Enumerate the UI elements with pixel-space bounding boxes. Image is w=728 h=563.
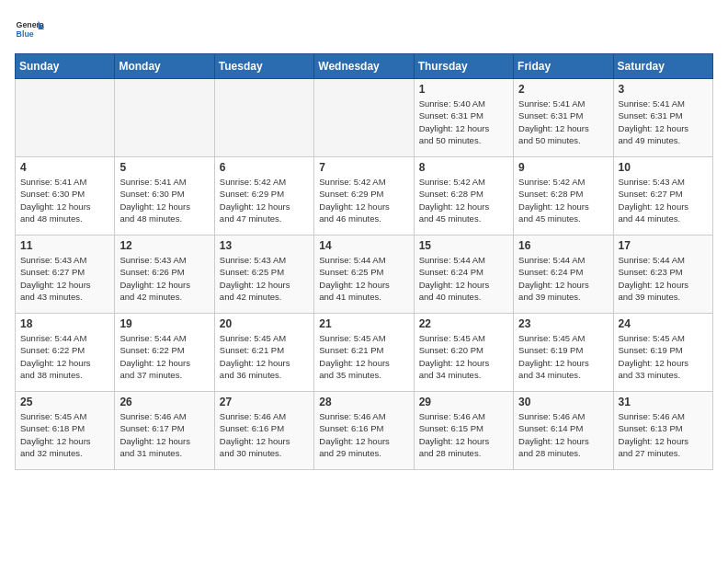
day-number: 21 <box>319 317 408 330</box>
day-number: 31 <box>619 396 708 408</box>
day-number: 25 <box>20 396 109 408</box>
calendar-week-row: 11Sunrise: 5:43 AM Sunset: 6:27 PM Dayli… <box>16 236 713 314</box>
calendar-cell: 2Sunrise: 5:41 AM Sunset: 6:31 PM Daylig… <box>514 79 613 157</box>
header-day: Friday <box>514 54 613 79</box>
day-info: Sunrise: 5:44 AM Sunset: 6:24 PM Dayligh… <box>518 254 608 303</box>
calendar-cell: 6Sunrise: 5:42 AM Sunset: 6:29 PM Daylig… <box>214 157 313 236</box>
calendar-cell: 26Sunrise: 5:46 AM Sunset: 6:17 PM Dayli… <box>115 392 214 470</box>
day-number: 29 <box>419 396 508 408</box>
calendar-cell: 17Sunrise: 5:44 AM Sunset: 6:23 PM Dayli… <box>613 236 712 314</box>
calendar-cell: 13Sunrise: 5:43 AM Sunset: 6:25 PM Dayli… <box>214 236 313 314</box>
day-info: Sunrise: 5:41 AM Sunset: 6:30 PM Dayligh… <box>20 176 109 224</box>
day-info: Sunrise: 5:44 AM Sunset: 6:23 PM Dayligh… <box>619 254 708 303</box>
calendar-week-row: 18Sunrise: 5:44 AM Sunset: 6:22 PM Dayli… <box>16 314 713 392</box>
calendar-cell: 21Sunrise: 5:45 AM Sunset: 6:21 PM Dayli… <box>314 314 414 392</box>
day-info: Sunrise: 5:45 AM Sunset: 6:21 PM Dayligh… <box>319 332 408 381</box>
calendar-cell: 23Sunrise: 5:45 AM Sunset: 6:19 PM Dayli… <box>514 314 613 392</box>
calendar-body: 1Sunrise: 5:40 AM Sunset: 6:31 PM Daylig… <box>16 79 713 470</box>
calendar-cell: 4Sunrise: 5:41 AM Sunset: 6:30 PM Daylig… <box>16 157 115 236</box>
calendar-cell: 5Sunrise: 5:41 AM Sunset: 6:30 PM Daylig… <box>115 157 214 236</box>
day-number: 14 <box>319 239 408 252</box>
day-number: 27 <box>220 396 309 408</box>
calendar-cell: 7Sunrise: 5:42 AM Sunset: 6:29 PM Daylig… <box>314 157 414 236</box>
day-number: 11 <box>20 239 109 252</box>
header: General Blue <box>15 15 713 44</box>
calendar-cell: 19Sunrise: 5:44 AM Sunset: 6:22 PM Dayli… <box>115 314 214 392</box>
day-info: Sunrise: 5:45 AM Sunset: 6:20 PM Dayligh… <box>419 332 508 381</box>
calendar-cell <box>314 79 414 157</box>
calendar-cell: 15Sunrise: 5:44 AM Sunset: 6:24 PM Dayli… <box>414 236 513 314</box>
day-info: Sunrise: 5:43 AM Sunset: 6:26 PM Dayligh… <box>119 254 209 303</box>
logo-icon: General Blue <box>15 15 44 44</box>
calendar-cell: 11Sunrise: 5:43 AM Sunset: 6:27 PM Dayli… <box>16 236 115 314</box>
calendar-cell: 31Sunrise: 5:46 AM Sunset: 6:13 PM Dayli… <box>613 392 712 470</box>
calendar-header: SundayMondayTuesdayWednesdayThursdayFrid… <box>16 54 713 79</box>
calendar-cell: 3Sunrise: 5:41 AM Sunset: 6:31 PM Daylig… <box>613 79 712 157</box>
calendar-week-row: 1Sunrise: 5:40 AM Sunset: 6:31 PM Daylig… <box>16 79 713 157</box>
day-number: 19 <box>119 317 209 330</box>
day-info: Sunrise: 5:43 AM Sunset: 6:27 PM Dayligh… <box>619 176 708 224</box>
day-info: Sunrise: 5:42 AM Sunset: 6:28 PM Dayligh… <box>518 176 608 224</box>
day-number: 7 <box>319 161 408 174</box>
calendar-cell: 8Sunrise: 5:42 AM Sunset: 6:28 PM Daylig… <box>414 157 513 236</box>
logo: General Blue <box>15 15 48 44</box>
day-info: Sunrise: 5:41 AM Sunset: 6:30 PM Dayligh… <box>119 176 209 224</box>
calendar-cell <box>115 79 214 157</box>
calendar-cell <box>214 79 313 157</box>
day-number: 13 <box>220 239 309 252</box>
day-info: Sunrise: 5:46 AM Sunset: 6:16 PM Dayligh… <box>319 410 408 459</box>
calendar-table: SundayMondayTuesdayWednesdayThursdayFrid… <box>15 53 713 470</box>
calendar-cell: 20Sunrise: 5:45 AM Sunset: 6:21 PM Dayli… <box>214 314 313 392</box>
day-info: Sunrise: 5:45 AM Sunset: 6:21 PM Dayligh… <box>220 332 309 381</box>
day-number: 6 <box>220 161 309 174</box>
day-info: Sunrise: 5:45 AM Sunset: 6:19 PM Dayligh… <box>518 332 608 381</box>
calendar-cell: 24Sunrise: 5:45 AM Sunset: 6:19 PM Dayli… <box>613 314 712 392</box>
day-info: Sunrise: 5:46 AM Sunset: 6:17 PM Dayligh… <box>119 410 209 459</box>
day-number: 3 <box>619 83 708 96</box>
calendar-cell <box>16 79 115 157</box>
day-number: 12 <box>119 239 209 252</box>
day-number: 28 <box>319 396 408 408</box>
day-info: Sunrise: 5:46 AM Sunset: 6:13 PM Dayligh… <box>619 410 708 459</box>
svg-text:Blue: Blue <box>17 29 34 39</box>
day-info: Sunrise: 5:46 AM Sunset: 6:16 PM Dayligh… <box>220 410 309 459</box>
calendar-cell: 18Sunrise: 5:44 AM Sunset: 6:22 PM Dayli… <box>16 314 115 392</box>
calendar-cell: 1Sunrise: 5:40 AM Sunset: 6:31 PM Daylig… <box>414 79 513 157</box>
header-row: SundayMondayTuesdayWednesdayThursdayFrid… <box>16 54 713 79</box>
day-number: 22 <box>419 317 508 330</box>
day-info: Sunrise: 5:43 AM Sunset: 6:27 PM Dayligh… <box>20 254 109 303</box>
calendar-cell: 22Sunrise: 5:45 AM Sunset: 6:20 PM Dayli… <box>414 314 513 392</box>
day-info: Sunrise: 5:42 AM Sunset: 6:28 PM Dayligh… <box>419 176 508 224</box>
day-info: Sunrise: 5:40 AM Sunset: 6:31 PM Dayligh… <box>419 98 508 146</box>
header-day: Sunday <box>16 54 115 79</box>
day-number: 4 <box>20 161 109 174</box>
header-day: Saturday <box>613 54 712 79</box>
day-info: Sunrise: 5:43 AM Sunset: 6:25 PM Dayligh… <box>220 254 309 303</box>
day-info: Sunrise: 5:46 AM Sunset: 6:15 PM Dayligh… <box>419 410 508 459</box>
calendar-cell: 10Sunrise: 5:43 AM Sunset: 6:27 PM Dayli… <box>613 157 712 236</box>
day-number: 26 <box>119 396 209 408</box>
calendar-cell: 14Sunrise: 5:44 AM Sunset: 6:25 PM Dayli… <box>314 236 414 314</box>
day-number: 20 <box>220 317 309 330</box>
day-info: Sunrise: 5:41 AM Sunset: 6:31 PM Dayligh… <box>518 98 608 146</box>
day-number: 24 <box>619 317 708 330</box>
header-day: Wednesday <box>314 54 414 79</box>
day-info: Sunrise: 5:42 AM Sunset: 6:29 PM Dayligh… <box>319 176 408 224</box>
calendar-week-row: 4Sunrise: 5:41 AM Sunset: 6:30 PM Daylig… <box>16 157 713 236</box>
calendar-week-row: 25Sunrise: 5:45 AM Sunset: 6:18 PM Dayli… <box>16 392 713 470</box>
calendar-cell: 25Sunrise: 5:45 AM Sunset: 6:18 PM Dayli… <box>16 392 115 470</box>
calendar-cell: 29Sunrise: 5:46 AM Sunset: 6:15 PM Dayli… <box>414 392 513 470</box>
day-info: Sunrise: 5:44 AM Sunset: 6:22 PM Dayligh… <box>119 332 209 381</box>
day-number: 2 <box>518 83 608 96</box>
day-info: Sunrise: 5:44 AM Sunset: 6:24 PM Dayligh… <box>419 254 508 303</box>
day-number: 30 <box>518 396 608 408</box>
day-number: 23 <box>518 317 608 330</box>
day-number: 5 <box>119 161 209 174</box>
day-number: 10 <box>619 161 708 174</box>
day-number: 9 <box>518 161 608 174</box>
day-info: Sunrise: 5:45 AM Sunset: 6:19 PM Dayligh… <box>619 332 708 381</box>
day-number: 17 <box>619 239 708 252</box>
calendar-cell: 28Sunrise: 5:46 AM Sunset: 6:16 PM Dayli… <box>314 392 414 470</box>
day-info: Sunrise: 5:45 AM Sunset: 6:18 PM Dayligh… <box>20 410 109 459</box>
calendar-cell: 30Sunrise: 5:46 AM Sunset: 6:14 PM Dayli… <box>514 392 613 470</box>
